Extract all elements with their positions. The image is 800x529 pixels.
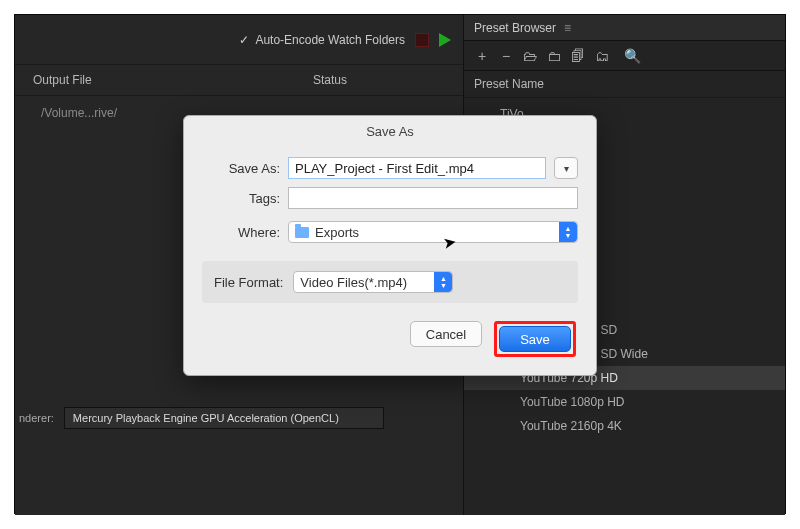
col-output-file: Output File xyxy=(33,73,313,87)
folder-icon xyxy=(295,227,309,238)
stop-icon[interactable] xyxy=(415,33,429,47)
where-label: Where: xyxy=(202,225,280,240)
preset-browser-title: Preset Browser ≡ xyxy=(464,15,785,41)
auto-encode-toggle[interactable]: ✓ Auto-Encode Watch Folders xyxy=(239,33,405,47)
where-value: Exports xyxy=(315,225,359,240)
preset-browser-title-text: Preset Browser xyxy=(474,21,556,35)
renderer-row: nderer: Mercury Playback Engine GPU Acce… xyxy=(15,403,465,433)
panel-menu-icon[interactable]: ≡ xyxy=(564,21,570,35)
renderer-select[interactable]: Mercury Playback Engine GPU Acceleration… xyxy=(64,407,384,429)
cancel-button[interactable]: Cancel xyxy=(410,321,482,347)
play-icon[interactable] xyxy=(439,33,451,47)
filename-input[interactable] xyxy=(288,157,546,179)
stepper-arrows-icon: ▲▼ xyxy=(434,272,452,292)
file-format-bar: File Format: Video Files(*.mp4) ▲▼ xyxy=(202,261,578,303)
col-status: Status xyxy=(313,73,465,87)
file-format-label: File Format: xyxy=(214,275,283,290)
save-as-dialog: Save As Save As: ▾ Tags: Where: Exports … xyxy=(183,115,597,376)
save-as-label: Save As: xyxy=(202,161,280,176)
search-icon[interactable]: 🔍 xyxy=(624,48,640,64)
tags-label: Tags: xyxy=(202,191,280,206)
save-button[interactable]: Save xyxy=(499,326,571,352)
renderer-label: nderer: xyxy=(19,412,54,424)
file-format-value: Video Files(*.mp4) xyxy=(300,275,407,290)
history-dropdown-button[interactable]: ▾ xyxy=(554,157,578,179)
preset-toolbar: + − 🗁 🗀 🗐 🗂 🔍 xyxy=(464,41,785,71)
stepper-arrows-icon: ▲▼ xyxy=(559,222,577,242)
file-format-select[interactable]: Video Files(*.mp4) ▲▼ xyxy=(293,271,453,293)
import-icon[interactable]: 🗀 xyxy=(546,48,562,64)
export-icon[interactable]: 🗐 xyxy=(570,48,586,64)
checkmark-icon: ✓ xyxy=(239,33,249,47)
preset-item[interactable]: YouTube 1080p HD xyxy=(464,390,785,414)
dialog-title: Save As xyxy=(184,116,596,153)
remove-icon[interactable]: − xyxy=(498,48,514,64)
preset-item[interactable]: YouTube 2160p 4K xyxy=(464,414,785,438)
queue-toolbar: ✓ Auto-Encode Watch Folders xyxy=(15,15,465,65)
new-folder-icon[interactable]: 🗁 xyxy=(522,48,538,64)
save-button-highlight: Save xyxy=(494,321,576,357)
queue-columns: Output File Status xyxy=(15,65,465,96)
preset-name-header: Preset Name xyxy=(464,71,785,98)
settings-icon[interactable]: 🗂 xyxy=(594,48,610,64)
tags-input[interactable] xyxy=(288,187,578,209)
add-icon[interactable]: + xyxy=(474,48,490,64)
auto-encode-label: Auto-Encode Watch Folders xyxy=(255,33,405,47)
where-select[interactable]: Exports ▲▼ xyxy=(288,221,578,243)
chevron-down-icon: ▾ xyxy=(564,163,569,174)
